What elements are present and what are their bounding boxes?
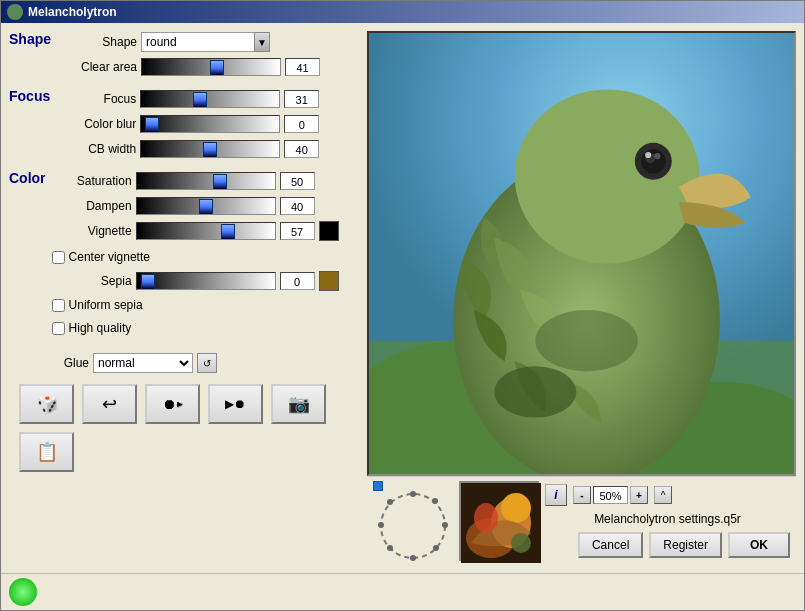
color-blur-value: 0 — [284, 115, 319, 133]
svg-point-25 — [501, 493, 531, 523]
info-button[interactable]: i — [545, 484, 567, 506]
zoom-in-button[interactable]: + — [630, 486, 648, 504]
ok-button[interactable]: OK — [728, 532, 790, 558]
dashed-circle-svg — [373, 481, 453, 561]
zoom-value: 50% — [593, 486, 628, 504]
random-button[interactable]: 🎲 — [19, 384, 74, 424]
thumbnail[interactable] — [459, 481, 539, 561]
shape-row: Shape ▼ — [57, 31, 320, 53]
dampen-label: Dampen — [52, 199, 132, 213]
svg-point-15 — [432, 498, 438, 504]
shape-input[interactable] — [141, 32, 254, 52]
vignette-label: Vignette — [52, 224, 132, 238]
svg-point-17 — [433, 545, 439, 551]
cb-width-label: CB width — [56, 142, 136, 156]
zoom-controls: - 50% + — [573, 486, 648, 504]
dampen-row: Dampen 40 — [52, 195, 339, 217]
color-blur-thumb[interactable] — [145, 117, 159, 133]
focus-label: Focus — [56, 92, 136, 106]
parrot-image — [369, 33, 794, 474]
play-record-button[interactable]: ▶⏺ — [208, 384, 263, 424]
color-blur-slider[interactable] — [140, 115, 280, 133]
color-section: Color Saturation 50 Dampen — [9, 170, 359, 338]
right-controls: i - 50% + ^ Melancholytron settings.q5r … — [545, 484, 790, 558]
center-vignette-label: Center vignette — [69, 250, 150, 264]
thumbnail-image — [461, 483, 541, 563]
status-bar — [1, 573, 804, 610]
dampen-slider[interactable] — [136, 197, 276, 215]
high-quality-label: High quality — [69, 321, 132, 335]
svg-point-19 — [387, 545, 393, 551]
glue-row: Glue normal multiply screen overlay ↺ — [9, 352, 359, 374]
saturation-label: Saturation — [52, 174, 132, 188]
vignette-thumb[interactable] — [221, 224, 235, 240]
focus-row: Focus 31 — [56, 88, 319, 110]
glue-select[interactable]: normal multiply screen overlay — [93, 353, 193, 373]
sepia-thumb[interactable] — [141, 274, 155, 290]
saturation-slider[interactable] — [136, 172, 276, 190]
clear-area-label: Clear area — [57, 60, 137, 74]
center-vignette-row: Center vignette — [52, 247, 339, 267]
undo-button[interactable]: ↩ — [82, 384, 137, 424]
vignette-value: 57 — [280, 222, 315, 240]
uniform-sepia-checkbox[interactable] — [52, 299, 65, 312]
uniform-sepia-label: Uniform sepia — [69, 298, 143, 312]
center-vignette-checkbox[interactable] — [52, 251, 65, 264]
zoom-row: i - 50% + ^ — [545, 484, 790, 506]
svg-point-5 — [515, 89, 700, 263]
right-panel: i - 50% + ^ Melancholytron settings.q5r … — [367, 31, 796, 565]
copy-button[interactable]: 📋 — [19, 432, 74, 472]
uniform-sepia-row: Uniform sepia — [52, 295, 339, 315]
camera-button[interactable]: 📷 — [271, 384, 326, 424]
titlebar: Melancholytron — [1, 1, 804, 23]
svg-point-26 — [474, 503, 498, 533]
action-buttons: Cancel Register OK — [545, 532, 790, 558]
high-quality-row: High quality — [52, 318, 339, 338]
focus-section: Focus Focus 31 Color blur — [9, 88, 359, 160]
sepia-row: Sepia 0 — [52, 270, 339, 292]
focus-slider[interactable] — [140, 90, 280, 108]
clear-area-thumb[interactable] — [210, 60, 224, 76]
cb-width-row: CB width 40 — [56, 138, 319, 160]
filename-display: Melancholytron settings.q5r — [545, 510, 790, 528]
record-button[interactable]: ⏺▶ — [145, 384, 200, 424]
cancel-button[interactable]: Cancel — [578, 532, 643, 558]
svg-point-11 — [494, 366, 576, 417]
register-button[interactable]: Register — [649, 532, 722, 558]
shape-dropdown[interactable]: ▼ — [141, 32, 270, 52]
sepia-value: 0 — [280, 272, 315, 290]
glue-label: Glue — [9, 356, 89, 370]
focus-section-header: Focus — [9, 88, 50, 104]
shape-dropdown-arrow[interactable]: ▼ — [254, 32, 270, 52]
high-quality-checkbox[interactable] — [52, 322, 65, 335]
vignette-row: Vignette 57 — [52, 220, 339, 242]
bottom-strip: i - 50% + ^ Melancholytron settings.q5r … — [367, 476, 796, 565]
color-blur-label: Color blur — [56, 117, 136, 131]
saturation-row: Saturation 50 — [52, 170, 339, 192]
svg-point-21 — [387, 499, 393, 505]
focus-thumb[interactable] — [193, 92, 207, 108]
zoom-out-button[interactable]: - — [573, 486, 591, 504]
vignette-color-swatch[interactable] — [319, 221, 339, 241]
sepia-color-swatch[interactable] — [319, 271, 339, 291]
cb-width-slider[interactable] — [140, 140, 280, 158]
sepia-slider[interactable] — [136, 272, 276, 290]
color-section-header: Color — [9, 170, 46, 186]
svg-point-9 — [654, 153, 660, 159]
color-blur-row: Color blur 0 — [56, 113, 319, 135]
vignette-slider[interactable] — [136, 222, 276, 240]
glue-refresh-button[interactable]: ↺ — [197, 353, 217, 373]
dampen-value: 40 — [280, 197, 315, 215]
dampen-thumb[interactable] — [199, 199, 213, 215]
bottom-buttons: 🎲 ↩ ⏺▶ ▶⏺ 📷 📋 — [9, 378, 359, 478]
clear-area-slider[interactable] — [141, 58, 281, 76]
saturation-value: 50 — [280, 172, 315, 190]
cb-width-thumb[interactable] — [203, 142, 217, 158]
up-button[interactable]: ^ — [654, 486, 672, 504]
focus-value: 31 — [284, 90, 319, 108]
main-window: Melancholytron Shape Shape ▼ — [0, 0, 805, 611]
saturation-thumb[interactable] — [213, 174, 227, 190]
clear-area-row: Clear area 41 — [57, 56, 320, 78]
app-icon — [7, 4, 23, 20]
window-title: Melancholytron — [28, 5, 117, 19]
